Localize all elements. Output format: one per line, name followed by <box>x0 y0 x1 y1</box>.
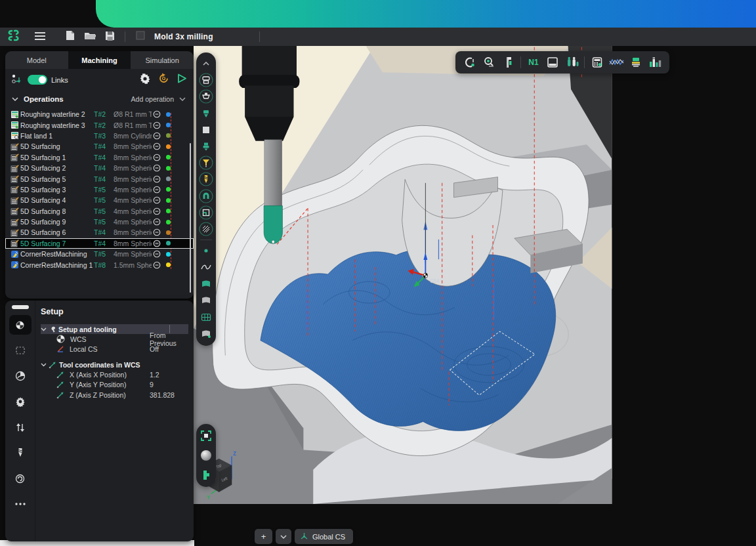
operation-row-5d-surfacing-4[interactable]: 5D Surfacing 4T#54mm Spherica <box>5 195 194 205</box>
machining-state-icon[interactable] <box>152 121 162 129</box>
tool-display-2-icon[interactable] <box>199 139 213 154</box>
expand-cs-button[interactable] <box>276 529 291 544</box>
machining-state-icon[interactable] <box>152 218 162 226</box>
operation-row-5d-surfacing-5[interactable]: 5D Surfacing 5T#48mm Spherica <box>5 173 194 184</box>
machining-state-icon[interactable] <box>152 132 162 140</box>
arc-measure-icon[interactable] <box>461 54 478 71</box>
operation-row-5d-surfacing-2[interactable]: 5D Surfacing 2T#48mm Spherica <box>5 163 194 173</box>
curves-display-icon[interactable] <box>199 260 213 274</box>
machining-state-icon[interactable] <box>152 196 162 204</box>
machining-state-icon[interactable] <box>152 164 162 172</box>
solids-display-icon[interactable] <box>199 326 213 341</box>
machining-state-icon[interactable] <box>152 175 162 183</box>
open-folder-icon[interactable] <box>80 31 100 43</box>
operation-row-5d-surfacing-6[interactable]: 5D Surfacing 6T#48mm Spherica <box>5 227 194 238</box>
operations-scrollbar[interactable] <box>190 143 191 293</box>
operation-row-5d-surfacing-9[interactable]: 5D Surfacing 9T#54mm Spherica <box>5 217 194 227</box>
operation-row-5d-surfacing-7[interactable]: 5D Surfacing 7T#48mm Spherica <box>5 238 194 249</box>
operation-row-5d-surfacing[interactable]: 5D SurfacingT#48mm Spherica <box>5 141 194 152</box>
machining-state-icon[interactable] <box>152 186 162 194</box>
operation-row-5d-surfacing-3[interactable]: 5D Surfacing 3T#54mm Spherica <box>5 184 194 195</box>
machining-statistics-icon[interactable] <box>646 54 664 71</box>
feeds-icon[interactable] <box>9 469 32 488</box>
operation-row-5d-surfacing-8[interactable]: 5D Surfacing 8T#54mm Spherica <box>5 206 194 217</box>
add-cs-button[interactable]: + <box>255 529 272 544</box>
machining-state-icon[interactable] <box>152 261 162 269</box>
add-operation-button[interactable]: Add operation <box>131 95 174 103</box>
toolpath-toggle-icon[interactable] <box>200 469 213 482</box>
tool-drill-icon[interactable] <box>9 443 32 463</box>
texture-display-icon[interactable] <box>199 222 213 236</box>
collision-control-icon[interactable] <box>563 54 581 71</box>
setup-row-local-cs[interactable]: Local CSOff <box>41 345 188 355</box>
mesh-display-icon[interactable] <box>199 310 213 324</box>
machining-state-icon[interactable] <box>152 240 162 247</box>
global-cs-button[interactable]: Global CS <box>295 529 353 544</box>
setup-row-value[interactable]: 381.828 <box>150 391 175 399</box>
more-icon[interactable] <box>9 494 32 514</box>
surfaces-display-icon[interactable] <box>199 277 213 291</box>
machining-state-icon[interactable] <box>152 250 162 258</box>
new-document-icon[interactable] <box>60 30 80 43</box>
save-icon[interactable] <box>100 31 119 43</box>
chevron-down-icon[interactable] <box>12 97 20 101</box>
nc-program-icon[interactable]: N1 <box>524 54 542 71</box>
workpiece-zone-display-icon[interactable] <box>199 205 213 220</box>
calculator-icon[interactable] <box>588 54 606 71</box>
tool-assembly-icon[interactable] <box>627 54 644 71</box>
toolpath-graphs-icon[interactable] <box>608 54 625 71</box>
chevron-down-icon[interactable] <box>41 327 49 331</box>
recalculate-icon[interactable] <box>158 73 169 87</box>
orbit-view-icon[interactable] <box>200 449 213 462</box>
operation-row-cornerrestmachining[interactable]: CornerRestMachiningT#54mm Spherica <box>5 249 194 259</box>
run-simulation-icon[interactable] <box>177 74 187 86</box>
menu-icon[interactable] <box>30 31 50 43</box>
tab-simulation[interactable]: Simulation <box>131 51 194 69</box>
workpiece-limits-icon[interactable] <box>9 341 32 360</box>
fit-view-icon[interactable] <box>200 429 213 442</box>
operation-row-cornerrestmachining-1[interactable]: CornerRestMachining 1T#81.5mm Spheri <box>5 259 194 270</box>
wcs-quarter-icon[interactable] <box>9 315 32 335</box>
setup-row-y-axis-y-position-[interactable]: Y (Axis Y Position)9 <box>41 380 188 390</box>
setup-group-tool-coordinates-in-wcs[interactable]: Tool coordinates in WCS <box>41 360 188 369</box>
fixture-display-icon[interactable] <box>199 189 213 203</box>
setup-row-wcs[interactable]: WCSFrom Previous <box>41 334 188 345</box>
tool-tip-display-icon[interactable] <box>199 156 213 170</box>
machining-state-icon[interactable] <box>152 154 162 161</box>
tab-model[interactable]: Model <box>5 51 68 69</box>
points-display-icon[interactable] <box>199 243 213 258</box>
operation-row-roughing-waterline-2[interactable]: Roughing waterline 2T#2Ø8 R1 mm To <box>5 109 194 119</box>
operation-row-roughing-waterline-3[interactable]: Roughing waterline 3T#2Ø8 R1 mm To <box>5 119 194 130</box>
holder-display-icon[interactable] <box>199 123 213 137</box>
machining-state-icon[interactable] <box>152 228 162 236</box>
settings-gear-icon[interactable] <box>140 74 150 87</box>
drill-display-icon[interactable] <box>199 172 213 186</box>
leads-icon[interactable] <box>9 417 32 437</box>
machining-state-icon[interactable] <box>152 142 162 150</box>
collapse-strip-icon[interactable] <box>199 56 213 71</box>
parameters-gear-icon[interactable] <box>9 392 32 411</box>
tool-display-icon[interactable] <box>199 106 213 121</box>
faces-display-icon[interactable] <box>199 293 213 308</box>
setup-row-value[interactable]: 9 <box>150 381 154 388</box>
viewport-3d-scene[interactable]: G54 Top Back Left Z Y <box>194 46 756 546</box>
chevron-down-icon[interactable] <box>41 363 49 367</box>
tab-machining[interactable]: Machining <box>68 51 131 69</box>
setup-row-x-axis-x-position-[interactable]: X (Axis X Position)1.2 <box>41 369 188 380</box>
caliper-measure-icon[interactable] <box>499 54 517 71</box>
panel-handle[interactable] <box>12 305 29 309</box>
operation-row-5d-surfacing-1[interactable]: 5D Surfacing 1T#48mm Spherica <box>5 152 194 163</box>
links-toggle[interactable] <box>28 75 47 85</box>
setup-row-z-axis-z-position-[interactable]: Z (Axis Z Position)381.828 <box>41 390 188 400</box>
probe-measure-icon[interactable] <box>480 54 497 71</box>
operation-row-flat-land-1[interactable]: Flat land 1T#38mm Cylindric <box>5 131 194 141</box>
stock-display-icon[interactable] <box>199 89 213 104</box>
machine-display-icon[interactable] <box>199 73 213 87</box>
machining-result-icon[interactable] <box>544 54 562 71</box>
strategy-icon[interactable] <box>9 366 32 386</box>
machining-state-icon[interactable] <box>152 207 162 215</box>
machining-state-icon[interactable] <box>152 110 162 118</box>
chevron-down-icon[interactable] <box>179 97 187 101</box>
setup-row-value[interactable]: Off <box>150 345 159 353</box>
setup-row-value[interactable]: 1.2 <box>150 371 159 379</box>
